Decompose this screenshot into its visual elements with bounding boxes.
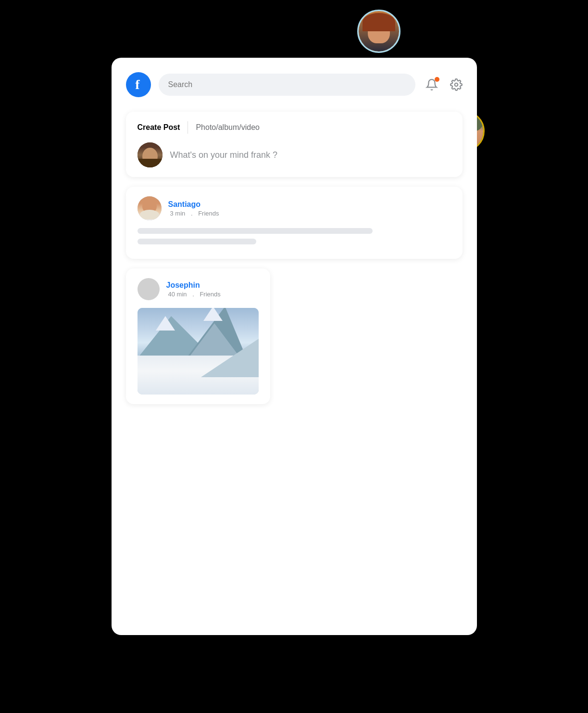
search-input[interactable] (159, 74, 415, 96)
gear-icon[interactable] (450, 78, 463, 91)
post-header-santiago: Santiago 3 min . Friends (138, 196, 451, 220)
post-meta-josephin: Josephin 40 min . Friends (166, 281, 223, 298)
mountain-scene (138, 308, 259, 395)
create-post-input-row: What's on your mind frank ? (138, 142, 451, 167)
facebook-logo[interactable]: f (126, 72, 151, 97)
notification-dot (435, 77, 439, 82)
create-post-tabs: Create Post Photo/album/video (138, 121, 451, 134)
bell-button[interactable] (423, 76, 440, 93)
content-line-1 (138, 228, 373, 234)
tab-divider (188, 121, 188, 134)
tab-create-post[interactable]: Create Post (138, 121, 188, 134)
snow-cap-right (203, 308, 223, 321)
header: f (126, 72, 463, 97)
facebook-logo-letter: f (135, 78, 139, 91)
post-header-josephin: Josephin 40 min . Friends (138, 278, 259, 300)
post-author-josephin[interactable]: Josephin (166, 281, 223, 290)
post-meta-santiago: Santiago 3 min . Friends (168, 200, 221, 217)
floating-avatar-top (357, 10, 400, 53)
santiago-avatar (138, 196, 162, 220)
tab-photo-album-video[interactable]: Photo/album/video (196, 121, 267, 134)
content-line-2 (138, 239, 257, 244)
josephin-post-card: Josephin 40 min . Friends (126, 268, 270, 404)
user-avatar (138, 142, 163, 167)
josephin-avatar (138, 278, 160, 300)
josephin-post-image (138, 308, 259, 395)
snow-cap-left (156, 316, 175, 331)
post-content-lines-santiago (138, 228, 451, 244)
main-container: f Create Post Photo/album/video (112, 58, 477, 635)
user-avatar-face (138, 142, 163, 167)
header-icons (423, 76, 463, 93)
santiago-post-card: Santiago 3 min . Friends (126, 187, 463, 259)
svg-point-0 (454, 83, 458, 87)
santiago-avatar-face (138, 196, 162, 220)
snow-ground (138, 356, 259, 395)
create-post-card: Create Post Photo/album/video What's on … (126, 112, 463, 177)
post-author-santiago[interactable]: Santiago (168, 200, 221, 209)
post-input[interactable]: What's on your mind frank ? (170, 150, 278, 160)
post-time-santiago: 3 min . Friends (168, 210, 221, 217)
post-time-josephin: 40 min . Friends (166, 291, 223, 298)
